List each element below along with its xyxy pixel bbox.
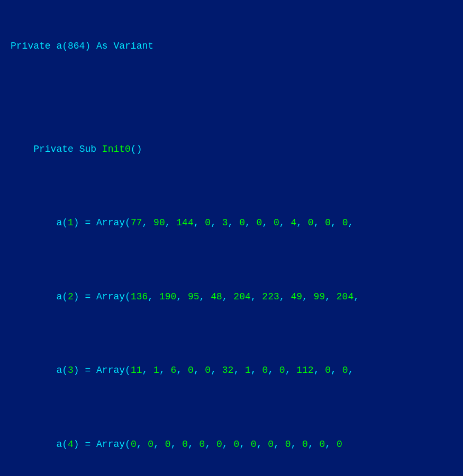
line-a4: a(4) = Array(0, 0, 0, 0, 0, 0, 0, 0, 0, … <box>11 423 452 467</box>
line-a3: a(3) = Array(11, 1, 6, 0, 0, 32, 1, 0, 0… <box>11 349 452 393</box>
line-private-sub-init: Private Sub Init0() <box>11 127 452 172</box>
line-a2: a(2) = Array(136, 190, 95, 48, 204, 223,… <box>11 275 452 319</box>
code-display: Private a(864) As Variant Private Sub In… <box>11 10 452 476</box>
line-a1: a(1) = Array(77, 90, 144, 0, 3, 0, 0, 0,… <box>11 202 452 246</box>
blank-line-1 <box>11 83 452 98</box>
line-private-a: Private a(864) As Variant <box>11 39 452 54</box>
